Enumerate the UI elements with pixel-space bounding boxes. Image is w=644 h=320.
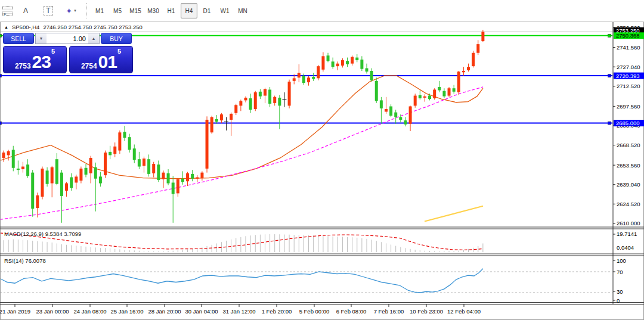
candle-body xyxy=(380,100,383,108)
candle-body xyxy=(302,76,305,83)
candle-body xyxy=(409,106,412,123)
candle-body xyxy=(79,169,82,181)
time-label: 21 Jan 2019 xyxy=(0,308,30,315)
candle-body xyxy=(128,137,131,150)
time-label: 12 Feb 04:00 xyxy=(447,308,481,315)
timeframe-m5[interactable]: M5 xyxy=(109,3,126,18)
candle-body xyxy=(254,92,257,109)
timeframe-m30[interactable]: M30 xyxy=(145,3,162,18)
timeframe-m15[interactable]: M15 xyxy=(127,3,144,18)
timeframe-h1[interactable]: H1 xyxy=(163,3,179,18)
macd-scale-max: 19.7141 xyxy=(617,231,637,237)
candle-body xyxy=(268,89,271,104)
volume-input[interactable]: 1.00 xyxy=(47,33,88,44)
time-label: 25 Jan 16:00 xyxy=(111,308,144,315)
collapse-panel-icon[interactable]: ▲ xyxy=(4,24,8,30)
buy-price-prefix: 2754 xyxy=(81,62,97,70)
timeframe-h4[interactable]: H4 xyxy=(181,3,197,18)
one-click-trading-panel: SELL ▼ 1.00 ▲ BUY 2753 23 5 2754 01 5 xyxy=(3,33,133,73)
candle-body xyxy=(423,97,426,98)
time-label: 30 Jan 04:00 xyxy=(185,308,218,315)
candle-body xyxy=(60,173,63,196)
rsi-scale-label: 30 xyxy=(617,288,623,295)
candle-body xyxy=(375,81,378,101)
sell-button[interactable]: SELL xyxy=(3,33,34,44)
time-label: 31 Jan 12:00 xyxy=(223,308,256,315)
candle-body xyxy=(453,88,456,92)
timeframe-mn[interactable]: MN xyxy=(234,3,251,18)
candle-body xyxy=(186,173,189,181)
symbol-title: SP500-,H4 xyxy=(12,24,39,30)
buy-button[interactable]: BUY xyxy=(101,33,132,44)
candle-body xyxy=(385,109,388,111)
candle-body xyxy=(472,53,475,66)
rsi-scale-label: 0 xyxy=(617,297,620,304)
price-box-label: 2685.000 xyxy=(616,120,640,126)
candle-body xyxy=(70,177,73,188)
text-label-tool-button[interactable]: T xyxy=(39,2,58,19)
candle-body xyxy=(259,92,262,97)
candle-body xyxy=(355,58,358,60)
candle-body xyxy=(118,132,121,150)
timeframe-w1[interactable]: W1 xyxy=(216,3,233,18)
rsi-scale-label: 100 xyxy=(617,257,626,264)
candle-body xyxy=(467,67,470,70)
candle-body xyxy=(162,173,165,179)
candle-body xyxy=(196,177,199,178)
candle-body xyxy=(26,164,29,176)
candle-body xyxy=(12,150,15,167)
objects-tool-button[interactable]: ✦ ▾ xyxy=(61,2,80,19)
price-label: 2741.560 xyxy=(617,44,640,51)
objects-icon: ✦ xyxy=(66,7,72,15)
candle-body xyxy=(360,60,363,69)
macd-scale-min: 0.0404 xyxy=(617,244,634,251)
candle-body xyxy=(17,169,20,170)
trading-terminal-window: { "toolbar": { "grip_label": "F", "tools… xyxy=(0,0,644,320)
candle-body xyxy=(341,60,344,66)
timeframe-d1[interactable]: D1 xyxy=(199,3,215,18)
sell-price-sup: 5 xyxy=(51,48,55,55)
timeframe-group: M1M5M15M30H1H4D1W1MN xyxy=(90,3,251,18)
candle-body xyxy=(414,96,417,106)
volume-decrease-button[interactable]: ▼ xyxy=(36,33,47,44)
price-label: 2653.560 xyxy=(617,162,640,169)
candle-body xyxy=(172,182,175,194)
candle-body xyxy=(147,159,150,174)
volume-stepper: ▼ 1.00 ▲ xyxy=(35,33,100,44)
price-label: 2712.520 xyxy=(617,83,640,89)
chevron-down-icon: ▾ xyxy=(74,8,76,13)
price-label: 2610.000 xyxy=(617,220,640,226)
candle-body xyxy=(215,119,218,122)
timeframe-m1[interactable]: M1 xyxy=(91,3,108,18)
candle-body xyxy=(476,44,479,53)
font-tool-button[interactable]: A xyxy=(16,2,35,19)
candle-body xyxy=(157,164,160,180)
candle-body xyxy=(317,66,320,78)
candle-body xyxy=(481,32,484,41)
candle-body xyxy=(177,179,179,194)
volume-increase-button[interactable]: ▲ xyxy=(88,33,99,44)
candle-body xyxy=(273,97,276,103)
sell-price-prefix: 2753 xyxy=(15,62,31,70)
candle-body xyxy=(99,176,102,183)
sell-price-big: 23 xyxy=(32,54,51,70)
candle-body xyxy=(288,82,291,105)
candle-body xyxy=(249,98,252,110)
candle-body xyxy=(327,55,330,61)
candle-body xyxy=(123,132,126,138)
candle-body xyxy=(65,184,68,191)
candle-body xyxy=(462,71,465,72)
buy-price-sup: 5 xyxy=(117,48,121,55)
candle-body xyxy=(399,117,402,119)
time-label: 24 Jan 08:00 xyxy=(74,308,107,315)
candle-body xyxy=(336,64,339,66)
macd-label: MACD(12,26,9) 9.5384 3.7099 xyxy=(4,231,81,237)
sell-quote-panel[interactable]: 2753 23 5 xyxy=(3,46,67,73)
candle-body xyxy=(438,87,441,91)
price-label: 2668.520 xyxy=(617,142,640,148)
buy-quote-panel[interactable]: 2754 01 5 xyxy=(69,46,133,73)
toolbar-grip-icon[interactable]: F xyxy=(2,6,13,16)
time-label: 1 Feb 20:00 xyxy=(262,308,292,315)
rsi-label: RSI(14) 76.0078 xyxy=(4,257,46,264)
candle-body xyxy=(104,153,107,175)
